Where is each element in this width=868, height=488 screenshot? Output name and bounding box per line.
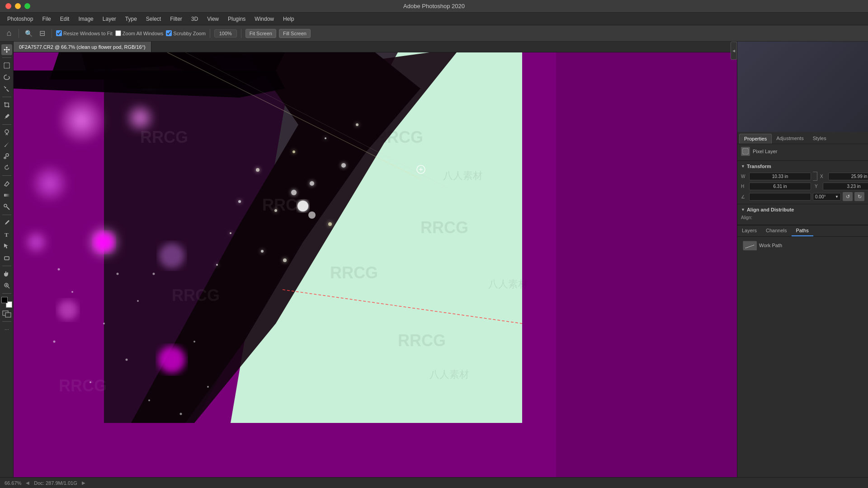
panel-side-collapse[interactable]: ◀ (731, 42, 737, 60)
history-brush-tool[interactable] (1, 162, 12, 173)
menu-layer[interactable]: Layer (99, 15, 120, 23)
lasso-tool[interactable] (1, 72, 12, 83)
canvas-area: 0F2A7577.CR2 @ 66.7% (clean up flower po… (14, 42, 737, 477)
work-path-thumbnail (743, 241, 756, 250)
svg-point-43 (238, 200, 241, 203)
resize-windows-checkbox[interactable] (56, 30, 62, 36)
menu-3d[interactable]: 3D (188, 15, 202, 23)
transform-chevron: ▼ (741, 164, 745, 169)
canvas-viewport[interactable]: RRCG RRCG RRCG RRCG RRCG RRCG RRCG RRCG … (14, 52, 737, 477)
canvas-tab-active[interactable]: 0F2A7577.CR2 @ 66.7% (clean up flower po… (14, 42, 151, 52)
zoom-percentage[interactable]: 100% (214, 29, 237, 38)
titlebar: Adobe Photoshop 2020 (0, 0, 868, 13)
clone-stamp-tool[interactable] (1, 150, 12, 161)
tab-paths[interactable]: Paths (792, 225, 813, 236)
scrubby-zoom-label[interactable]: Scrubby Zoom (166, 30, 206, 36)
align-header[interactable]: ▼ Align and Distribute (741, 207, 864, 212)
dodge-tool[interactable] (1, 202, 12, 212)
fill-screen-button[interactable]: Fill Screen (279, 29, 311, 38)
spot-healing-tool[interactable] (1, 127, 12, 138)
crop-tool[interactable] (1, 99, 12, 110)
zoom-all-label[interactable]: Zoom All Windows (115, 30, 163, 36)
resize-windows-label[interactable]: Resize Windows to Fit (56, 30, 113, 36)
gradient-tool[interactable] (1, 190, 12, 201)
menu-filter[interactable]: Filter (166, 15, 186, 23)
menu-help[interactable]: Help (279, 15, 298, 23)
w-input[interactable] (749, 173, 811, 180)
status-arrow-right[interactable]: ▶ (82, 480, 85, 485)
rotate-dropdown[interactable]: 0.00° ▼ (813, 193, 841, 201)
menu-edit[interactable]: Edit (57, 15, 73, 23)
pixel-layer-section: Pixel Layer (737, 144, 868, 161)
svg-point-52 (58, 268, 60, 271)
svg-line-16 (8, 286, 9, 288)
rotate-input[interactable] (749, 193, 811, 201)
zoom-all-checkbox[interactable] (115, 30, 121, 36)
eraser-tool[interactable] (1, 178, 12, 189)
tab-adjustments[interactable]: Adjustments (772, 134, 808, 144)
link-icon-wh[interactable] (813, 172, 818, 181)
tab-channels[interactable]: Channels (761, 225, 791, 236)
fit-screen-button[interactable]: Fit Screen (245, 29, 276, 38)
menu-file[interactable]: File (38, 15, 54, 23)
maximize-button[interactable] (24, 3, 30, 9)
zoom-tool[interactable] (1, 280, 12, 291)
transform-hy-row: H Y (741, 183, 864, 190)
path-selection-tool[interactable] (1, 241, 12, 252)
svg-point-29 (29, 163, 70, 204)
rotate-cw-btn[interactable]: ↻ (854, 192, 864, 201)
minimize-button[interactable] (15, 3, 21, 9)
edit-toolbar-button[interactable]: ⋯ (1, 324, 12, 335)
work-path-item[interactable]: Work Path (741, 239, 864, 251)
menu-select[interactable]: Select (142, 15, 165, 23)
tab-properties[interactable]: Properties (739, 134, 772, 144)
align-chevron: ▼ (741, 207, 745, 212)
eyedropper-tool[interactable] (1, 111, 12, 122)
svg-point-7 (6, 154, 9, 156)
tab-styles[interactable]: Styles (808, 134, 831, 144)
menu-window[interactable]: Window (251, 15, 278, 23)
mode-toggle[interactable] (2, 310, 11, 319)
color-swatches[interactable] (1, 297, 12, 308)
h-input[interactable] (749, 183, 811, 190)
menu-type[interactable]: Type (122, 15, 141, 23)
toolbar-separator-3 (210, 29, 210, 38)
magic-wand-tool[interactable] (1, 84, 12, 94)
svg-point-55 (103, 323, 105, 324)
marquee-tool[interactable] (1, 60, 12, 71)
type-tool[interactable]: T (1, 229, 12, 240)
align-section: ▼ Align and Distribute Align: (737, 204, 868, 225)
svg-rect-20 (5, 313, 11, 317)
home-icon[interactable]: ⌂ (4, 28, 14, 39)
tool-separator-5 (2, 215, 11, 215)
menu-image[interactable]: Image (75, 15, 97, 23)
menu-photoshop[interactable]: Photoshop (4, 15, 37, 23)
canvas-image-svg: RRCG RRCG RRCG RRCG RRCG RRCG RRCG RRCG … (14, 52, 737, 477)
y-input[interactable] (823, 183, 868, 190)
svg-text:八人素材: 八人素材 (443, 170, 483, 181)
scrubby-zoom-checkbox[interactable] (166, 30, 172, 36)
status-arrow-left[interactable]: ◀ (26, 480, 29, 485)
window-controls[interactable] (5, 3, 30, 9)
svg-point-32 (23, 229, 50, 256)
paths-content: Work Path (737, 237, 868, 254)
toolbar: ⌂ 🔍 ⊟ Resize Windows to Fit Zoom All Win… (0, 25, 868, 42)
tool-separator-4 (2, 175, 11, 176)
menu-view[interactable]: View (203, 15, 222, 23)
svg-text:八人素材: 八人素材 (429, 369, 469, 380)
transform-header[interactable]: ▼ Transform (741, 164, 864, 169)
pen-tool[interactable] (1, 217, 12, 228)
menu-plugins[interactable]: Plugins (224, 15, 249, 23)
arrange-icon[interactable]: ⊟ (37, 28, 47, 39)
rectangle-tool[interactable] (1, 253, 12, 263)
search-icon[interactable]: 🔍 (23, 28, 34, 39)
rotate-ccw-btn[interactable]: ↺ (843, 192, 853, 201)
move-tool[interactable] (1, 44, 12, 55)
foreground-color-swatch[interactable] (1, 297, 8, 303)
svg-rect-1 (6, 89, 9, 92)
hand-tool[interactable] (1, 268, 12, 279)
close-button[interactable] (5, 3, 11, 9)
x-input[interactable] (828, 173, 868, 180)
brush-tool[interactable] (1, 139, 12, 150)
tab-layers[interactable]: Layers (737, 225, 761, 236)
